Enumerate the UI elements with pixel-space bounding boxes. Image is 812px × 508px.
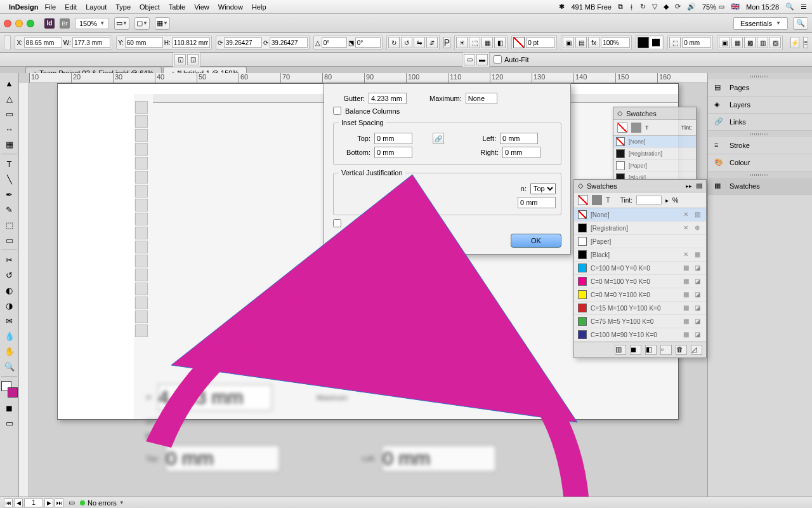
corner2-icon[interactable]: ◲: [187, 54, 199, 65]
scale-y-field[interactable]: [270, 37, 308, 48]
prev-page-button[interactable]: ◀: [14, 498, 23, 507]
fill-proxy-icon[interactable]: [617, 123, 627, 133]
inset-left-field[interactable]: [500, 133, 538, 144]
page-tool[interactable]: ▭: [1, 107, 18, 121]
quick-apply-icon[interactable]: ⚡: [790, 37, 799, 48]
pen-tool[interactable]: ✒: [1, 187, 18, 201]
flag-icon[interactable]: 🇬🇧: [731, 3, 740, 11]
spotlight-icon[interactable]: 🔍: [785, 3, 794, 11]
app-name[interactable]: InDesign: [9, 3, 38, 11]
inset-top-field[interactable]: [374, 133, 412, 144]
cc-status-icon[interactable]: ✱: [559, 3, 565, 11]
swatch-magenta[interactable]: C=0 M=100 Y=0 K=0▦◪: [574, 275, 706, 288]
search-button[interactable]: 🔍: [793, 17, 808, 30]
select-container-icon[interactable]: P: [443, 37, 450, 48]
opacity-field[interactable]: [601, 37, 630, 48]
first-page-button[interactable]: ⏮: [4, 498, 13, 507]
eyedropper-tool[interactable]: 💧: [1, 329, 18, 343]
shear-field[interactable]: [355, 37, 381, 48]
bridge-icon[interactable]: Br: [60, 18, 70, 29]
fill-stroke-swatch[interactable]: [1, 381, 18, 398]
swatch-paper[interactable]: [Paper]: [574, 235, 706, 248]
menu-view[interactable]: View: [194, 3, 209, 11]
panel-swatches[interactable]: ▦Swatches: [708, 178, 812, 195]
swatch-row[interactable]: [Paper]: [613, 160, 696, 172]
swatch-blue[interactable]: C=100 M=90 Y=10 K=0▦◪: [574, 328, 706, 342]
resize-icon[interactable]: ◿: [691, 345, 702, 355]
fx-2-icon[interactable]: ⬚: [469, 37, 480, 48]
swatches-panel[interactable]: ◇Swatches▸▸▤ T Tint: ▸ % [None]✕▨ [Regis…: [573, 179, 707, 358]
wrap-5-icon[interactable]: ▨: [769, 37, 781, 48]
fill-black[interactable]: [638, 37, 649, 48]
panel-menu-icon[interactable]: ≡: [803, 37, 808, 48]
inset-right-field[interactable]: [502, 147, 540, 158]
swatch-row[interactable]: [Registration]: [613, 148, 696, 160]
fill-inv[interactable]: [650, 37, 662, 48]
flip-h-icon[interactable]: ⇋: [414, 37, 425, 48]
fit-1-icon[interactable]: ▣: [563, 37, 574, 48]
rectangle-frame-tool[interactable]: ⬚: [1, 218, 18, 232]
note-tool[interactable]: ✉: [1, 314, 18, 328]
rotate-field[interactable]: [322, 37, 347, 48]
ignore-wrap-checkbox[interactable]: [333, 219, 341, 227]
pencil-tool[interactable]: ✎: [1, 203, 18, 217]
rectangle-tool[interactable]: ▭: [1, 233, 18, 247]
auto-fit-checkbox[interactable]: [494, 55, 502, 64]
clock[interactable]: Mon 15:28: [746, 3, 779, 11]
inset-bottom-field[interactable]: [374, 147, 412, 158]
swatches-panel-small[interactable]: ◇Swatches T Tint: [None] [Registration] …: [613, 107, 697, 185]
menu-object[interactable]: Object: [140, 3, 160, 11]
menu-help[interactable]: Help: [252, 3, 266, 11]
line-tool[interactable]: ╲: [1, 172, 18, 186]
balance-columns-checkbox[interactable]: [333, 107, 341, 115]
y-field[interactable]: [125, 37, 163, 48]
rotate-cw-icon[interactable]: ↻: [388, 37, 400, 48]
swatch-row[interactable]: [None]: [613, 136, 696, 148]
textwrap-icon[interactable]: ⬚: [669, 37, 681, 48]
stroke-swatch[interactable]: [513, 37, 525, 48]
display-icon[interactable]: ⧉: [618, 3, 623, 11]
panel-pages[interactable]: ▤Pages: [708, 79, 812, 97]
volume-icon[interactable]: 🔊: [687, 3, 696, 11]
align-select[interactable]: Top: [530, 183, 556, 194]
swatch-red[interactable]: C=15 M=100 Y=100 K=0▦◪: [574, 302, 706, 315]
menu-layout[interactable]: Layout: [86, 3, 107, 11]
h-field[interactable]: [172, 37, 210, 48]
dropbox-icon[interactable]: ◆: [664, 3, 669, 11]
gap-tool[interactable]: ↔: [1, 122, 18, 136]
zoom-tool[interactable]: 🔍: [1, 359, 18, 373]
swatch-registration[interactable]: [Registration]✕⊕: [574, 222, 706, 235]
fit-2-icon[interactable]: ▤: [575, 37, 587, 48]
apply-color-icon[interactable]: ◼: [1, 401, 18, 415]
wifi-icon[interactable]: ▽: [652, 3, 657, 11]
close-window-button[interactable]: [4, 20, 11, 27]
maximum-field[interactable]: [466, 93, 497, 104]
rotate-ccw-icon[interactable]: ↺: [401, 37, 412, 48]
new-swatch-icon[interactable]: ▫: [660, 345, 672, 355]
swatch-cyan[interactable]: C=100 M=0 Y=0 K=0▦◪: [574, 262, 706, 275]
stroke-weight-field[interactable]: [526, 37, 555, 48]
gradient-swatch-tool[interactable]: ◐: [1, 283, 18, 297]
fx-4-icon[interactable]: ◧: [494, 37, 506, 48]
direct-selection-tool[interactable]: △: [1, 91, 18, 105]
wrap-2-icon[interactable]: ▦: [731, 37, 743, 48]
ok-button[interactable]: OK: [511, 234, 561, 248]
link-inset-icon[interactable]: 🔗: [433, 133, 444, 144]
battery-status[interactable]: 75% ▭: [702, 3, 724, 11]
panel-menu-icon[interactable]: ▤: [696, 182, 702, 190]
panel-layers[interactable]: ◈Layers: [708, 97, 812, 114]
scissors-tool[interactable]: ✂: [1, 253, 18, 267]
notifications-icon[interactable]: ☰: [801, 3, 807, 11]
sync-icon[interactable]: ⟳: [675, 3, 681, 11]
wrap-4-icon[interactable]: ▥: [757, 37, 768, 48]
show-all-icon[interactable]: ▥: [615, 345, 626, 355]
fx-1-icon[interactable]: ☀: [456, 37, 468, 48]
timemachine-icon[interactable]: ↻: [640, 3, 646, 11]
show-gradient-icon[interactable]: ◧: [645, 345, 657, 355]
delete-swatch-icon[interactable]: 🗑: [676, 345, 687, 355]
swatch-black[interactable]: [Black]✕▦: [574, 248, 706, 262]
wrap-3-icon[interactable]: ▩: [744, 37, 756, 48]
bluetooth-icon[interactable]: ᚼ: [629, 3, 634, 11]
formatting-container-icon[interactable]: [631, 123, 641, 133]
tint-field[interactable]: [636, 196, 662, 204]
